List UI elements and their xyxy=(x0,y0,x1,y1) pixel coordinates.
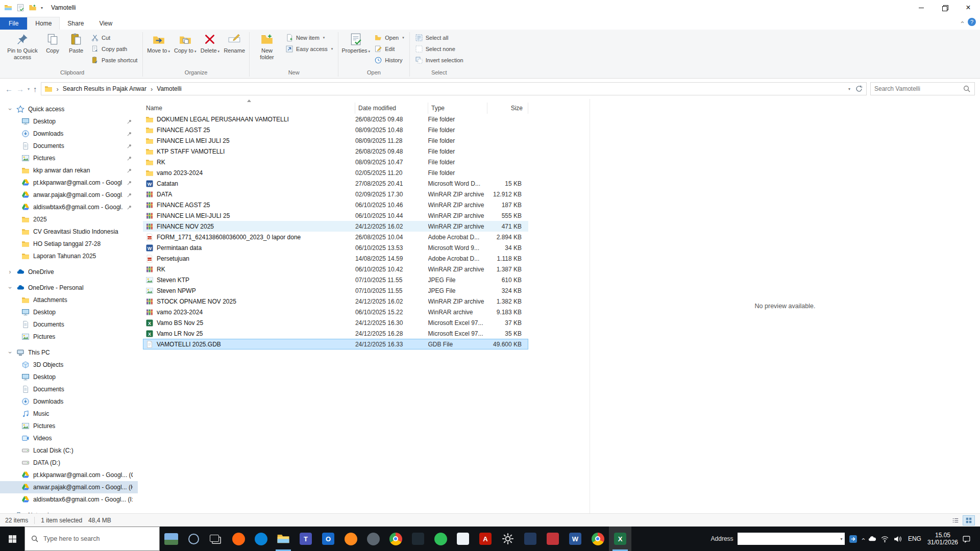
search-input[interactable] xyxy=(874,85,960,92)
ribbon-button-history[interactable]: History xyxy=(372,55,406,65)
column-header-name[interactable]: Name xyxy=(143,103,355,114)
ribbon-button-edit[interactable]: Edit xyxy=(372,43,406,54)
sidebar-item-kkp-anwar-dan-rekan[interactable]: kkp anwar dan rekan xyxy=(0,164,138,177)
ribbon-button-select-none[interactable]: Select none xyxy=(412,43,466,54)
taskbar-photos-icon[interactable] xyxy=(160,527,182,551)
sidebar-item-aldiswbtax6-gmail-com-googl[interactable]: aldiswbtax6@gmail.com - Googl... xyxy=(0,201,138,213)
sidebar-item-videos[interactable]: Videos xyxy=(0,432,138,444)
sidebar-item-quick-access[interactable]: ›Quick access xyxy=(0,103,138,115)
taskbar-whatsapp-icon[interactable] xyxy=(429,527,452,551)
taskbar-steam-icon[interactable] xyxy=(362,527,384,551)
file-row[interactable]: RK06/10/2025 10.42WinRAR ZIP archive1.38… xyxy=(143,264,528,274)
sidebar-item-desktop[interactable]: Desktop xyxy=(0,115,138,128)
taskbar-search-input[interactable] xyxy=(43,535,154,542)
ribbon-button-copy[interactable]: Copy xyxy=(41,31,64,55)
ribbon-button-paste-shortcut[interactable]: Paste shortcut xyxy=(88,55,140,65)
taskbar-edge-icon[interactable] xyxy=(250,527,272,551)
taskbar-app-navy-icon[interactable] xyxy=(519,527,542,551)
address-toolbar-input-wrap[interactable]: ▾ xyxy=(738,533,845,545)
sidebar-item-attachments[interactable]: Attachments xyxy=(0,294,138,306)
language-indicator[interactable]: ENG xyxy=(906,535,923,542)
sidebar-item-3d-objects[interactable]: 3D Objects xyxy=(0,359,138,371)
taskbar-teams-icon[interactable]: T xyxy=(295,527,317,551)
address-dropdown-icon[interactable]: ▾ xyxy=(846,87,852,91)
file-row[interactable]: FINANCE AGST 2506/10/2025 10.46WinRAR ZI… xyxy=(143,199,528,210)
file-row[interactable]: FINANCE LIA MEI JULI 2508/09/2025 11.28F… xyxy=(143,135,528,146)
file-row[interactable]: WPermintaan data06/10/2025 13.53Microsof… xyxy=(143,242,528,253)
file-row[interactable]: XVamo LR Nov 2524/12/2025 16.28Microsoft… xyxy=(143,328,528,339)
sidebar-item-desktop[interactable]: Desktop xyxy=(0,371,138,383)
taskbar-task-view-icon[interactable] xyxy=(205,527,227,551)
ribbon-button-rename[interactable]: Rename xyxy=(222,31,247,55)
file-row[interactable]: vamo 2023-202406/10/2025 15.22WinRAR arc… xyxy=(143,307,528,317)
breadcrumb-segment-vamotelli[interactable]: Vamotelli xyxy=(157,85,181,92)
sidebar-item-ho-setiap-tanggal-27-28[interactable]: HO Setiap tanggal 27-28 xyxy=(0,238,138,250)
file-row[interactable]: PDFFORM_1771_624138608036000_2023_0 lapo… xyxy=(143,232,528,242)
start-button[interactable] xyxy=(0,527,24,551)
file-row[interactable]: RK08/09/2025 10.47File folder xyxy=(143,157,528,167)
taskbar-word-icon[interactable]: W xyxy=(564,527,586,551)
network-tray-icon[interactable] xyxy=(880,535,889,543)
tab-share[interactable]: Share xyxy=(60,17,91,30)
taskbar-chrome-icon[interactable] xyxy=(384,527,407,551)
ribbon-button-delete[interactable]: Delete▾ xyxy=(199,31,221,56)
recent-locations-chevron-icon[interactable]: ▾ xyxy=(28,87,30,91)
sidebar-item-desktop[interactable]: Desktop xyxy=(0,306,138,318)
sidebar-item-onedrive[interactable]: ›OneDrive xyxy=(0,266,138,278)
ribbon-button-invert-selection[interactable]: Invert selection xyxy=(412,55,466,65)
sidebar-item-anwar-pajak-gmail-com-googl-h[interactable]: anwar.pajak@gmail.com - Googl... (H:) xyxy=(0,481,138,493)
qat-properties-icon[interactable] xyxy=(16,4,24,12)
sidebar-item-pictures[interactable]: Pictures xyxy=(0,420,138,432)
volume-tray-icon[interactable] xyxy=(893,535,902,543)
ribbon-button-move-to[interactable]: Move to▾ xyxy=(145,31,172,56)
taskbar-vscode-icon[interactable] xyxy=(407,527,429,551)
ribbon-button-copy-to[interactable]: Copy to▾ xyxy=(173,31,198,56)
taskbar-app-red-icon[interactable] xyxy=(542,527,564,551)
sidebar-item-pt-kkpanwar-gmail-com-googl-g[interactable]: pt.kkpanwar@gmail.com - Googl... (G:) xyxy=(0,469,138,481)
ribbon-collapse-icon[interactable]: › xyxy=(958,21,965,23)
sidebar-item-network[interactable]: ›Network xyxy=(0,509,138,513)
taskbar-outlook-icon[interactable]: O xyxy=(317,527,339,551)
sidebar-item-pictures[interactable]: Pictures xyxy=(0,331,138,343)
taskbar-search-box[interactable] xyxy=(24,527,160,551)
taskbar-clock[interactable]: 15.05 31/01/2026 xyxy=(927,532,958,546)
ribbon-button-cut[interactable]: Cut xyxy=(88,32,140,43)
ribbon-button-easy-access[interactable]: Easy access▾ xyxy=(283,43,335,54)
help-icon[interactable]: ? xyxy=(968,18,976,26)
tab-home[interactable]: Home xyxy=(27,17,60,30)
taskbar-notepad-icon[interactable] xyxy=(452,527,474,551)
sidebar-item-pt-kkpanwar-gmail-com-googl[interactable]: pt.kkpanwar@gmail.com - Googl... xyxy=(0,177,138,189)
taskbar-excel-icon[interactable]: X xyxy=(609,527,631,551)
sidebar-item-anwar-pajak-gmail-com-googl[interactable]: anwar.pajak@gmail.com - Googl... xyxy=(0,189,138,201)
view-details-button[interactable] xyxy=(949,515,962,525)
file-row[interactable]: DATA02/09/2025 17.30WinRAR ZIP archive12… xyxy=(143,189,528,199)
taskbar-firefox-icon[interactable] xyxy=(227,527,250,551)
sidebar-item-downloads[interactable]: Downloads xyxy=(0,128,138,140)
qat-new-folder-icon[interactable] xyxy=(29,4,37,12)
search-box[interactable] xyxy=(870,82,975,95)
onedrive-tray-icon[interactable] xyxy=(868,535,876,543)
sidebar-item-documents[interactable]: Documents xyxy=(0,140,138,152)
file-row[interactable]: FINANCE LIA MEI-JULI 2506/10/2025 10.44W… xyxy=(143,210,528,221)
back-button[interactable]: ← xyxy=(5,85,13,93)
column-header-type[interactable]: Type xyxy=(428,103,487,114)
taskbar-acrobat-icon[interactable]: A xyxy=(474,527,497,551)
address-box[interactable]: › Search Results in Pajak Anwar › Vamote… xyxy=(41,82,867,95)
refresh-icon[interactable] xyxy=(855,85,863,93)
ribbon-button-open[interactable]: Open▾ xyxy=(372,32,406,43)
qat-customize-chevron-icon[interactable]: ▾ xyxy=(41,6,43,10)
ribbon-button-new-item[interactable]: New item▾ xyxy=(283,32,335,43)
taskbar-browser-orange-icon[interactable] xyxy=(339,527,362,551)
sidebar-item-documents[interactable]: Documents xyxy=(0,383,138,395)
sidebar-item-aldiswbtax6-gmail-com-googl-i[interactable]: aldiswbtax6@gmail.com - Googl... (I:) xyxy=(0,493,138,506)
column-header-date-modified[interactable]: Date modified xyxy=(355,103,428,114)
sidebar-item-onedrive-personal[interactable]: ›OneDrive - Personal xyxy=(0,282,138,294)
file-row[interactable]: vamo 2023-202402/05/2025 11.20File folde… xyxy=(143,167,528,178)
search-icon[interactable] xyxy=(963,85,971,93)
file-row[interactable]: VAMOTELLI 2025.GDB24/12/2025 16.33GDB Fi… xyxy=(143,339,528,349)
address-go-icon[interactable] xyxy=(849,535,857,543)
minimize-button[interactable] xyxy=(910,0,933,15)
breadcrumb-segment-search-results[interactable]: Search Results in Pajak Anwar xyxy=(63,85,146,92)
file-row[interactable]: KTP STAFF VAMOTELLI26/08/2025 09.48File … xyxy=(143,146,528,157)
file-row[interactable]: PDFPersetujuan14/08/2025 14.59Adobe Acro… xyxy=(143,253,528,264)
